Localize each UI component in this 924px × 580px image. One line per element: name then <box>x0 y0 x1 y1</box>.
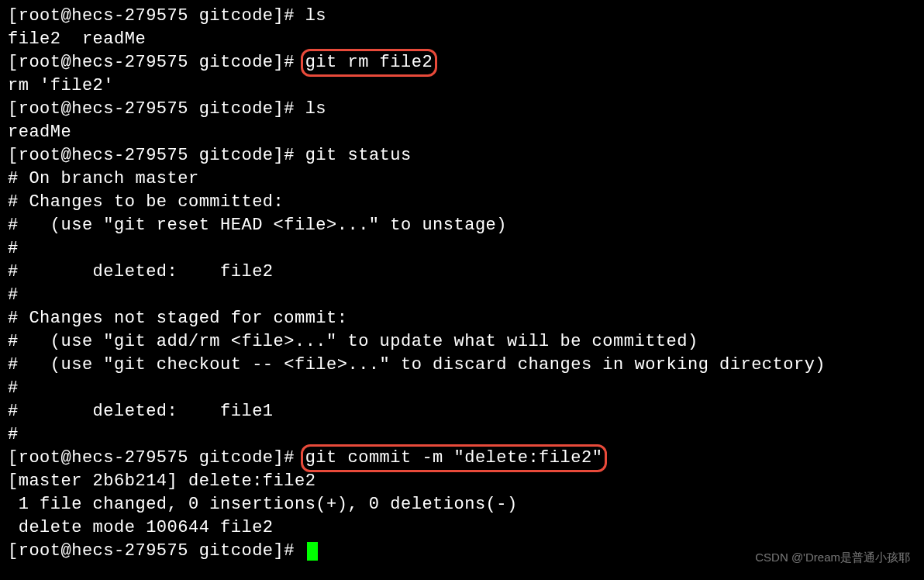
terminal-line: [root@hecs-279575 gitcode]# git rm file2 <box>8 51 916 74</box>
shell-prompt: [root@hecs-279575 gitcode]# <box>8 146 305 165</box>
terminal-line: [master 2b6b214] delete:file2 <box>8 470 916 493</box>
output-text: # Changes to be committed: <box>8 192 284 212</box>
terminal-line: # On branch master <box>8 167 916 191</box>
terminal-line: readMe <box>8 121 916 144</box>
output-text: delete mode 100644 file2 <box>8 518 274 537</box>
highlighted-command: git rm file2 <box>305 51 433 74</box>
terminal-line: # Changes not staged for commit: <box>8 307 916 330</box>
terminal-line: # deleted: file2 <box>8 261 916 284</box>
cursor-block[interactable] <box>307 542 318 561</box>
terminal-line: # <box>8 423 916 447</box>
terminal-line: [root@hecs-279575 gitcode]# git commit -… <box>8 447 916 470</box>
terminal-line: 1 file changed, 0 insertions(+), 0 delet… <box>8 493 916 516</box>
output-text: # On branch master <box>8 169 199 188</box>
output-text: rm 'file2' <box>8 76 114 95</box>
output-text: 1 file changed, 0 insertions(+), 0 delet… <box>8 495 518 514</box>
output-text: # <box>8 425 19 444</box>
output-text: file2 readMe <box>8 29 146 49</box>
terminal-line: rm 'file2' <box>8 74 916 98</box>
output-text: # (use "git checkout -- <file>..." to di… <box>8 355 826 375</box>
watermark-text: CSDN @'Dream是普通小孩耶 <box>755 546 910 569</box>
output-text: # (use "git reset HEAD <file>..." to uns… <box>8 216 507 235</box>
terminal-line: # (use "git reset HEAD <file>..." to uns… <box>8 214 916 237</box>
terminal-line: # <box>8 377 916 400</box>
output-text: [master 2b6b214] delete:file2 <box>8 471 315 491</box>
terminal-output[interactable]: [root@hecs-279575 gitcode]# lsfile2 read… <box>8 5 916 563</box>
shell-prompt: [root@hecs-279575 gitcode]# <box>8 541 305 561</box>
shell-prompt: [root@hecs-279575 gitcode]# <box>8 53 305 72</box>
output-text: readMe <box>8 123 71 142</box>
shell-prompt: [root@hecs-279575 gitcode]# <box>8 448 305 468</box>
terminal-line: # (use "git checkout -- <file>..." to di… <box>8 354 916 377</box>
output-text: # Changes not staged for commit: <box>8 309 347 328</box>
output-text: # deleted: file2 <box>8 262 274 281</box>
terminal-line: file2 readMe <box>8 28 916 51</box>
output-text: # <box>8 285 19 305</box>
terminal-line: [root@hecs-279575 gitcode]# git status <box>8 144 916 167</box>
shell-prompt: [root@hecs-279575 gitcode]# <box>8 6 305 26</box>
terminal-line: [root@hecs-279575 gitcode]# ls <box>8 98 916 121</box>
terminal-line: # <box>8 284 916 307</box>
terminal-line: # (use "git add/rm <file>..." to update … <box>8 330 916 354</box>
output-text: # (use "git add/rm <file>..." to update … <box>8 332 698 351</box>
terminal-line: # deleted: file1 <box>8 400 916 423</box>
output-text: # deleted: file1 <box>8 402 274 421</box>
terminal-line: [root@hecs-279575 gitcode]# ls <box>8 5 916 28</box>
highlighted-command: git commit -m "delete:file2" <box>305 447 603 470</box>
command-text: git status <box>305 146 412 165</box>
command-text: ls <box>305 6 326 26</box>
terminal-line: delete mode 100644 file2 <box>8 516 916 540</box>
shell-prompt: [root@hecs-279575 gitcode]# <box>8 99 305 119</box>
output-text: # <box>8 378 19 398</box>
terminal-line: # <box>8 237 916 261</box>
command-text: ls <box>305 99 326 119</box>
output-text: # <box>8 239 19 258</box>
terminal-line: # Changes to be committed: <box>8 191 916 214</box>
